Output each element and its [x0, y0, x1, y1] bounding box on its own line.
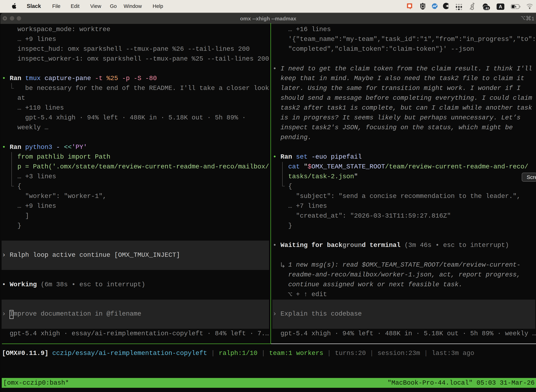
svg-text:..61: ..61: [484, 7, 489, 10]
